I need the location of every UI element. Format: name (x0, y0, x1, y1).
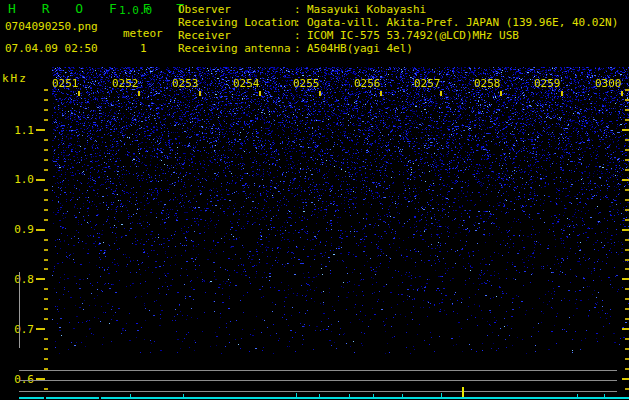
trace-blip (130, 394, 131, 397)
info-separator: : (294, 42, 307, 55)
freq-minor-tick-right (625, 209, 629, 211)
freq-major-tick-right (622, 229, 629, 231)
app-title: H R O F F T (8, 2, 193, 16)
freq-minor-tick (44, 209, 48, 211)
freq-minor-tick (44, 139, 48, 141)
freq-minor-tick (44, 149, 48, 151)
time-label: 0259 (534, 77, 564, 90)
trace-blip (296, 393, 297, 397)
freq-minor-tick-right (625, 139, 629, 141)
time-tick (78, 91, 80, 96)
freq-major-tick-right (622, 129, 629, 131)
freq-minor-tick-right (625, 358, 629, 360)
trace-gap (44, 397, 46, 399)
time-label: 0257 (414, 77, 444, 90)
freq-minor-tick (44, 368, 48, 370)
freq-major-tick (36, 378, 45, 380)
observation-mode: meteor (123, 27, 163, 40)
freq-minor-tick (44, 388, 48, 390)
freq-minor-tick-right (625, 239, 629, 241)
freq-minor-tick-right (625, 89, 629, 91)
freq-minor-tick-right (625, 318, 629, 320)
freq-minor-tick-right (625, 298, 629, 300)
freq-minor-tick-right (625, 159, 629, 161)
time-label: 0258 (474, 77, 504, 90)
freq-minor-tick-right (625, 149, 629, 151)
info-value: Masayuki Kobayashi (307, 3, 426, 16)
level-ref-line (19, 370, 617, 371)
freq-minor-tick-right (625, 249, 629, 251)
time-tick (199, 91, 201, 96)
freq-tick-label: 1.1 (0, 124, 34, 137)
freq-minor-tick-right (625, 308, 629, 310)
info-label: Receiving antenna (178, 42, 294, 55)
freq-major-tick (36, 278, 45, 280)
echo-count: 1 (140, 42, 147, 55)
freq-minor-tick-right (625, 189, 629, 191)
freq-minor-tick-right (625, 109, 629, 111)
freq-minor-tick (44, 338, 48, 340)
station-info-block: Observer:Masayuki Kobayashi Receiving Lo… (178, 3, 618, 55)
echo-marker-spike (462, 387, 464, 397)
freq-minor-tick (44, 249, 48, 251)
freq-minor-tick (44, 89, 48, 91)
freq-minor-tick (44, 308, 48, 310)
output-filename: 0704090250.png (5, 20, 98, 33)
time-label: 0255 (293, 77, 323, 90)
trace-blip (577, 394, 578, 397)
freq-major-tick (36, 129, 45, 131)
freq-minor-tick-right (625, 388, 629, 390)
freq-minor-tick-right (625, 368, 629, 370)
freq-minor-tick-right (625, 169, 629, 171)
freq-tick-label: 0.7 (0, 323, 34, 336)
time-tick (319, 91, 321, 96)
freq-minor-tick (44, 358, 48, 360)
info-value: ICOM IC-575 53.7492(@LCD)MHz USB (307, 29, 519, 42)
time-tick (380, 91, 382, 96)
info-label: Receiver (178, 29, 294, 42)
freq-minor-tick (44, 219, 48, 221)
time-tick (500, 91, 502, 96)
trace-blip (441, 393, 442, 397)
freq-minor-tick (44, 259, 48, 261)
info-row-observer: Observer:Masayuki Kobayashi (178, 3, 618, 16)
freq-minor-tick-right (625, 268, 629, 270)
freq-minor-tick (44, 119, 48, 121)
time-label: 0252 (112, 77, 142, 90)
freq-major-tick-right (622, 328, 629, 330)
freq-major-tick (36, 229, 45, 231)
freq-unit-label: kHz (2, 72, 28, 85)
trace-blip (183, 394, 184, 397)
info-separator: : (294, 29, 307, 42)
freq-minor-tick (44, 159, 48, 161)
freq-minor-tick-right (625, 99, 629, 101)
freq-minor-tick (44, 99, 48, 101)
freq-minor-tick (44, 348, 48, 350)
freq-minor-tick (44, 288, 48, 290)
info-label: Receiving Location (178, 16, 294, 29)
freq-tick-label: 0.9 (0, 223, 34, 236)
app-version: 1.0.0 (119, 4, 152, 18)
freq-major-tick (36, 179, 45, 181)
level-scale-vline (19, 272, 20, 348)
freq-major-tick-right (622, 378, 629, 380)
freq-minor-tick (44, 109, 48, 111)
time-tick (138, 91, 140, 96)
freq-minor-tick (44, 189, 48, 191)
freq-minor-tick (44, 298, 48, 300)
info-row-location: Receiving Location:Ogata-vill. Akita-Pre… (178, 16, 618, 29)
trace-blip (402, 394, 403, 397)
freq-minor-tick (44, 169, 48, 171)
time-label: 0251 (52, 77, 82, 90)
level-ref-line (19, 380, 617, 381)
info-row-receiver: Receiver:ICOM IC-575 53.7492(@LCD)MHz US… (178, 29, 618, 42)
freq-minor-tick-right (625, 288, 629, 290)
trace-gap (99, 397, 101, 399)
info-value: A504HB(yagi 4el) (307, 42, 413, 55)
time-label: 0256 (354, 77, 384, 90)
time-tick (621, 91, 623, 96)
noise-level-trace (19, 397, 629, 399)
freq-minor-tick-right (625, 259, 629, 261)
freq-major-tick-right (622, 179, 629, 181)
trace-blip (319, 394, 320, 397)
